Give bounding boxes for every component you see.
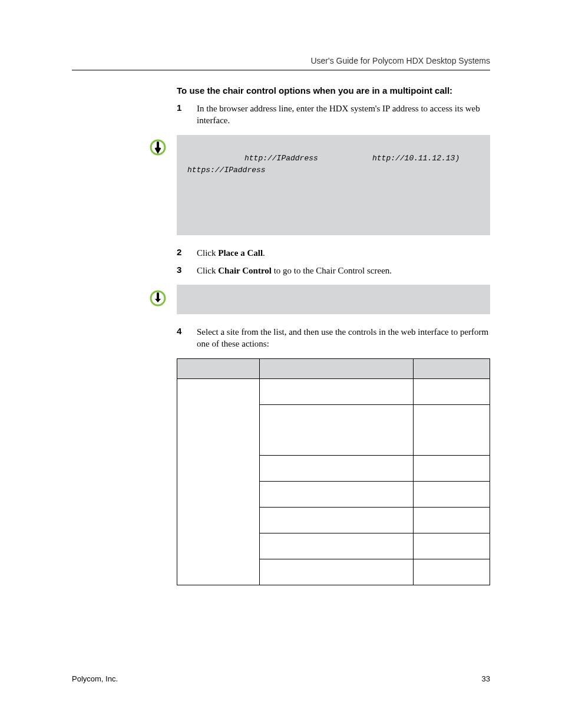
step-text-bold: Place a Call (218, 248, 263, 258)
note-arrow-icon (149, 289, 167, 307)
step-number: 4 (177, 326, 197, 350)
step-text: In the browser address line, enter the H… (197, 103, 490, 127)
step-text: Select a site from the list, and then us… (197, 326, 490, 350)
step-text-post: . (263, 248, 265, 258)
table-row (177, 378, 490, 404)
step-4: 4 Select a site from the list, and then … (177, 326, 490, 350)
step-text-pre: Click (197, 266, 218, 275)
table-cell (260, 533, 414, 559)
table-cell (414, 481, 490, 507)
table-cell (414, 533, 490, 559)
page: User's Guide for Polycom HDX Desktop Sys… (0, 0, 562, 728)
note-code-3: https://IPaddress (187, 164, 266, 176)
table-header-cell (260, 358, 414, 378)
step-text: Click Place a Call. (197, 247, 490, 259)
table-header-cell (177, 358, 260, 378)
step-text-bold: Chair Control (218, 266, 272, 275)
step-number: 2 (177, 247, 197, 259)
note-code-1: http://IPaddress (244, 153, 318, 164)
step-number: 3 (177, 265, 197, 276)
table-header-row (177, 358, 490, 378)
step-text-pre: Click (197, 248, 218, 258)
step-number: 1 (177, 103, 197, 127)
table-cell (260, 481, 414, 507)
actions-table (177, 358, 490, 585)
header-rule (72, 70, 490, 71)
step-2: 2 Click Place a Call. (177, 247, 490, 259)
footer-company: Polycom, Inc. (72, 674, 118, 683)
page-number: 33 (482, 674, 490, 683)
step-1: 1 In the browser address line, enter the… (177, 103, 490, 127)
section-heading: To use the chair control options when yo… (177, 85, 490, 95)
table-cell (260, 404, 414, 455)
table-cell (414, 507, 490, 533)
table-cell (177, 378, 260, 585)
table-cell (260, 378, 414, 404)
table-cell (414, 378, 490, 404)
step-text: Click Chair Control to go to the Chair C… (197, 265, 490, 276)
table-cell (414, 559, 490, 585)
note-block-1: http://IPaddress http://10.11.12.13) htt… (147, 135, 490, 235)
table-header-cell (414, 358, 490, 378)
note-box: http://IPaddress http://10.11.12.13) htt… (177, 135, 490, 235)
table-cell (260, 559, 414, 585)
table-cell (260, 507, 414, 533)
note-code-2: http://10.11.12.13) (372, 153, 459, 164)
table-cell (414, 404, 490, 455)
note-box (177, 285, 490, 314)
header-title: User's Guide for Polycom HDX Desktop Sys… (310, 56, 490, 65)
note-block-2 (147, 285, 490, 314)
note-arrow-icon (149, 139, 167, 156)
content-area: To use the chair control options when yo… (177, 85, 490, 585)
table-cell (260, 455, 414, 481)
table-cell (414, 455, 490, 481)
step-text-post: to go to the Chair Control screen. (272, 266, 392, 275)
step-3: 3 Click Chair Control to go to the Chair… (177, 265, 490, 276)
